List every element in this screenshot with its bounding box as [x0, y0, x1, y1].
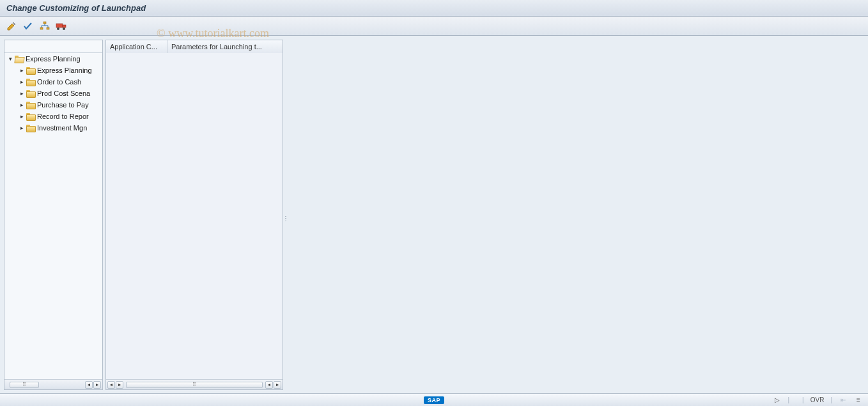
expand-icon[interactable]: ▸ — [19, 102, 25, 108]
svg-rect-2 — [47, 27, 49, 29]
scroll-left-icon[interactable]: ◂ — [265, 381, 273, 389]
list-icon[interactable]: ≡ — [854, 396, 863, 403]
pencil-icon[interactable] — [5, 20, 18, 33]
svg-point-6 — [63, 27, 65, 30]
tree-root[interactable]: ▾ Express Planning — [4, 53, 102, 65]
left-scroll-footer: ⠿ ◂ ▸ — [4, 379, 102, 389]
col-app-category[interactable]: Application C... — [106, 40, 167, 53]
status-bar: SAP ▷ | | OVR | ⇤ ≡ — [0, 393, 868, 406]
folder-icon — [26, 90, 35, 97]
expand-icon[interactable]: ▸ — [19, 79, 25, 85]
separator: | — [802, 396, 804, 403]
expand-icon[interactable]: ▸ — [19, 90, 25, 97]
tree-item[interactable]: ▸ Record to Repor — [4, 111, 102, 122]
tree-item-label: Investment Mgn — [37, 124, 87, 132]
svg-point-5 — [57, 27, 59, 30]
content-area: ▾ Express Planning ▸ Express Planning ▸ … — [0, 36, 868, 393]
expand-icon[interactable]: ▸ — [19, 113, 25, 120]
tree-item-label: Purchase to Pay — [37, 101, 89, 109]
tree-header-row — [4, 40, 102, 53]
detail-body[interactable] — [106, 53, 283, 379]
tree-item[interactable]: ▸ Purchase to Pay — [4, 99, 102, 111]
tree-item[interactable]: ▸ Express Planning — [4, 65, 102, 76]
folder-icon — [26, 124, 35, 132]
svg-rect-1 — [40, 27, 43, 29]
folder-icon — [26, 78, 35, 86]
expand-icon[interactable]: ▸ — [19, 67, 25, 74]
title-bar: Change Customizing of Launchpad — [0, 0, 868, 17]
svg-rect-0 — [43, 22, 46, 24]
toolbar — [0, 17, 868, 36]
tree-item-label: Order to Cash — [37, 78, 81, 86]
separator: | — [788, 396, 790, 403]
tree-item[interactable]: ▸ Order to Cash — [4, 76, 102, 88]
hierarchy-icon[interactable] — [38, 20, 51, 33]
back-icon[interactable]: ⇤ — [839, 396, 848, 403]
folder-icon — [26, 101, 35, 109]
status-ovr: OVR — [810, 396, 825, 403]
svg-rect-3 — [56, 24, 63, 27]
tree-panel: ▾ Express Planning ▸ Express Planning ▸ … — [4, 40, 103, 390]
detail-header-row: Application C... Parameters for Launchin… — [106, 40, 283, 53]
tree-item[interactable]: ▸ Investment Mgn — [4, 122, 102, 134]
message-icon[interactable]: ▷ — [773, 396, 782, 403]
folder-icon — [26, 113, 35, 120]
check-icon[interactable] — [22, 20, 35, 33]
page-title: Change Customizing of Launchpad — [6, 3, 146, 13]
scroll-left-icon[interactable]: ◂ — [107, 381, 115, 389]
vertical-splitter[interactable] — [283, 40, 286, 390]
right-panel — [286, 40, 868, 390]
collapse-icon[interactable]: ▾ — [7, 56, 13, 62]
col-parameters[interactable]: Parameters for Launching t... — [167, 40, 283, 53]
tree-item-label: Record to Repor — [37, 113, 89, 120]
detail-panel: Application C... Parameters for Launchin… — [105, 40, 283, 390]
tree-body[interactable]: ▾ Express Planning ▸ Express Planning ▸ … — [4, 53, 102, 379]
mid-scroll-footer: ◂ ▸ ⠿ ◂ ▸ — [106, 379, 283, 389]
scroll-thumb[interactable]: ⠿ — [10, 382, 39, 388]
tree-item-label: Prod Cost Scena — [37, 90, 90, 97]
tree-item[interactable]: ▸ Prod Cost Scena — [4, 88, 102, 99]
scroll-thumb[interactable]: ⠿ — [126, 382, 263, 388]
scroll-right-icon[interactable]: ▸ — [274, 381, 281, 389]
expand-icon[interactable]: ▸ — [19, 125, 25, 131]
svg-rect-4 — [63, 25, 66, 27]
folder-open-icon — [15, 55, 24, 63]
transport-icon[interactable] — [55, 20, 68, 33]
scroll-left-icon[interactable]: ◂ — [85, 381, 93, 389]
sap-logo: SAP — [424, 396, 444, 404]
folder-icon — [26, 66, 35, 74]
scroll-right-icon[interactable]: ▸ — [116, 381, 123, 389]
scroll-right-icon[interactable]: ▸ — [93, 381, 101, 389]
separator: | — [830, 396, 832, 403]
tree-item-label: Express Planning — [37, 66, 92, 74]
tree-root-label: Express Planning — [26, 55, 81, 63]
